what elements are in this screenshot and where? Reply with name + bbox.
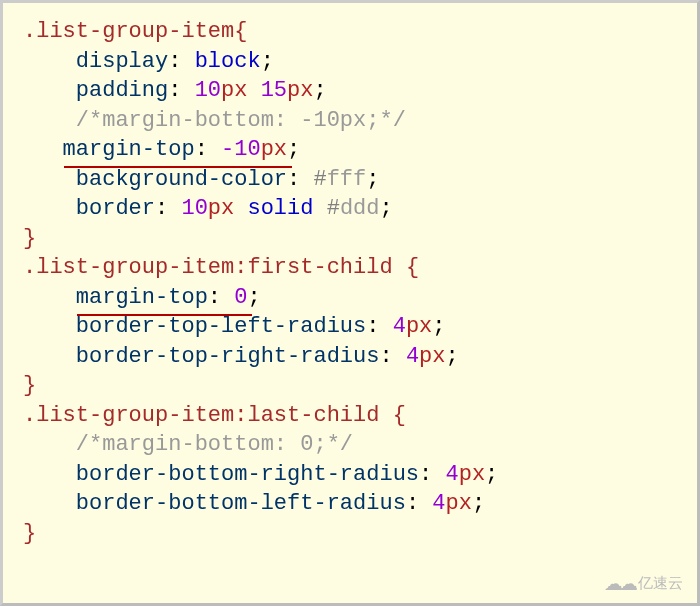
brace-open: { (234, 19, 247, 44)
css-property: display (76, 49, 168, 74)
declaration-line: margin-top: -10px; (23, 135, 697, 165)
declaration-line: border: 10px solid #ddd; (23, 194, 697, 224)
css-value-number: -10 (221, 137, 261, 162)
css-hex-value: fff (327, 167, 367, 192)
brace-open: { (393, 403, 406, 428)
selector-line: .list-group-item:first-child { (23, 253, 697, 283)
css-hex-value: ddd (340, 196, 380, 221)
css-value-unit: px (445, 491, 471, 516)
css-value-unit: px (208, 196, 234, 221)
css-selector: .list-group-item:first-child (23, 255, 406, 280)
css-value-number: 4 (406, 344, 419, 369)
css-selector: .list-group-item:last-child (23, 403, 393, 428)
semicolon: ; (247, 285, 260, 310)
emphasis-underline (64, 166, 292, 168)
css-property: margin-top (63, 137, 195, 162)
css-value-keyword: block (195, 49, 261, 74)
semicolon: ; (366, 167, 379, 192)
brace-open: { (406, 255, 419, 280)
css-property: border-top-right-radius (76, 344, 380, 369)
declaration-line: /*margin-bottom: 0;*/ (23, 430, 697, 460)
declaration-line: padding: 10px 15px; (23, 76, 697, 106)
semicolon: ; (261, 49, 274, 74)
declaration-line: border-top-right-radius: 4px; (23, 342, 697, 372)
css-value-number: 15 (261, 78, 287, 103)
css-property: border-bottom-right-radius (76, 462, 419, 487)
css-property: border (76, 196, 155, 221)
css-value-number: 4 (432, 491, 445, 516)
css-value-number: 10 (195, 78, 221, 103)
declaration-line: border-bottom-left-radius: 4px; (23, 489, 697, 519)
colon: : (208, 285, 221, 310)
declaration-line: display: block; (23, 47, 697, 77)
colon: : (195, 137, 208, 162)
semicolon: ; (472, 491, 485, 516)
css-hash: # (327, 196, 340, 221)
declaration-line: border-bottom-right-radius: 4px; (23, 460, 697, 490)
css-value-number: 4 (393, 314, 406, 339)
css-value-unit: px (419, 344, 445, 369)
colon: : (287, 167, 300, 192)
semicolon: ; (287, 137, 300, 162)
css-property: border-bottom-left-radius (76, 491, 406, 516)
css-comment: /*margin-bottom: 0;*/ (76, 432, 353, 457)
css-value-unit: px (287, 78, 313, 103)
css-property: background-color (76, 167, 287, 192)
css-value-number: 10 (181, 196, 207, 221)
brace-close-line: } (23, 224, 697, 254)
watermark-text: 亿速云 (638, 568, 683, 598)
css-property: margin-top (76, 285, 208, 310)
emphasis-underline (77, 314, 253, 316)
semicolon: ; (432, 314, 445, 339)
brace-close-line: } (23, 519, 697, 549)
watermark: ☁☁亿速云 (604, 568, 683, 598)
declaration-line: /*margin-bottom: -10px;*/ (23, 106, 697, 136)
css-value-number: 4 (445, 462, 458, 487)
colon: : (406, 491, 419, 516)
watermark-icon: ☁☁ (604, 574, 634, 593)
semicolon: ; (379, 196, 392, 221)
declaration-line: margin-top: 0; (23, 283, 697, 313)
declaration-line: border-top-left-radius: 4px; (23, 312, 697, 342)
colon: : (155, 196, 168, 221)
css-value-keyword: solid (247, 196, 313, 221)
css-comment: /*margin-bottom: -10px;*/ (76, 108, 406, 133)
brace-close: } (23, 226, 36, 251)
selector-line: .list-group-item:last-child { (23, 401, 697, 431)
css-property: padding (76, 78, 168, 103)
colon: : (168, 49, 181, 74)
semicolon: ; (485, 462, 498, 487)
semicolon: ; (445, 344, 458, 369)
css-property: border-top-left-radius (76, 314, 366, 339)
colon: : (366, 314, 379, 339)
css-value-unit: px (459, 462, 485, 487)
selector-line: .list-group-item{ (23, 17, 697, 47)
brace-close-line: } (23, 371, 697, 401)
css-value-number: 0 (234, 285, 247, 310)
brace-close: } (23, 373, 36, 398)
code-block: .list-group-item{ display: block; paddin… (0, 0, 700, 606)
css-value-unit: px (261, 137, 287, 162)
brace-close: } (23, 521, 36, 546)
colon: : (168, 78, 181, 103)
css-value-unit: px (406, 314, 432, 339)
colon: : (379, 344, 392, 369)
declaration-line: background-color: #fff; (23, 165, 697, 195)
css-hash: # (313, 167, 326, 192)
semicolon: ; (313, 78, 326, 103)
css-value-unit: px (221, 78, 247, 103)
css-selector: .list-group-item (23, 19, 234, 44)
colon: : (419, 462, 432, 487)
